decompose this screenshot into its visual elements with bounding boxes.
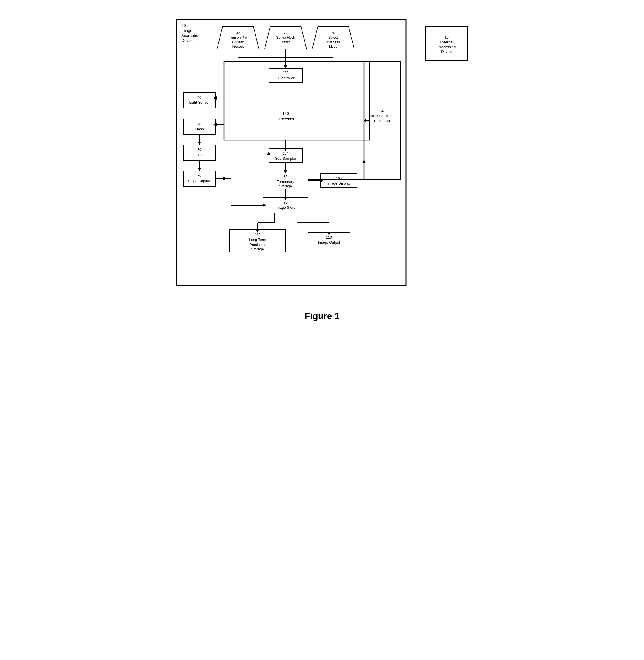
external-proc-label2: Processing — [438, 45, 456, 49]
microcontroller-box — [269, 68, 302, 82]
sub-sampler-id: 124 — [283, 152, 289, 155]
pre-capture-label2: Capture — [232, 40, 244, 44]
flash-arrowhead — [213, 123, 217, 126]
image-store-id: 80 — [284, 201, 288, 204]
processor-subsampler-arrowhead — [284, 148, 287, 151]
left-to-store-arrowhead — [263, 204, 266, 207]
temp-storage-label1: Temporary — [277, 180, 294, 184]
mid-shot-proc-label1: Mid-Shot Mode — [370, 114, 394, 118]
image-acquisition-label: 20 — [181, 23, 186, 28]
image-display-box — [321, 174, 357, 188]
pre-capture-label1: Turn on Pre — [229, 36, 247, 40]
image-acquisition-label3: Acquisition — [181, 33, 201, 38]
mid-shot-id: 30 — [331, 31, 335, 35]
temp-to-store-arrowhead — [284, 197, 287, 200]
light-sensor-arrowhead — [213, 96, 217, 100]
temp-storage-label2: Storage — [279, 184, 292, 188]
long-term-label1: Long Term — [249, 238, 266, 242]
microcontroller-id: 122 — [283, 71, 289, 75]
image-output-id: 110 — [326, 236, 332, 240]
temp-to-msp-arrowhead — [362, 160, 366, 163]
mid-shot-proc-id: 90 — [380, 109, 384, 113]
processor-id: 120 — [282, 111, 289, 116]
pre-capture-id: 32 — [236, 31, 240, 35]
flash-id: 70 — [198, 122, 201, 126]
long-term-id: 112 — [255, 233, 260, 237]
pre-capture-label3: Process — [232, 45, 244, 48]
processor-box — [224, 62, 370, 140]
flash-label: Flash — [195, 127, 204, 131]
image-acquisition-label2: Image — [181, 28, 192, 33]
image-display-id: 100 — [336, 176, 342, 180]
external-proc-label3: Device — [441, 49, 452, 54]
flash-mode-label2: Mode — [281, 40, 290, 44]
image-acquisition-label4: Device — [181, 38, 193, 43]
figure-label: Figure 1 — [168, 311, 476, 321]
focus-id: 50 — [198, 148, 201, 152]
store-to-output-arrowhead — [327, 232, 331, 235]
diagram-wrapper: 20 Image Acquisition Device 32 Turn on P… — [168, 11, 476, 321]
mid-shot-label2: Mid-Shot — [326, 40, 340, 44]
image-capture-label: Image Capture — [187, 179, 211, 183]
flash-mode-id: 72 — [284, 31, 288, 35]
proc-to-midshotproc-arrowhead — [365, 119, 368, 122]
long-term-label2: Persistent — [250, 243, 266, 247]
temp-storage-id: 82 — [284, 175, 288, 179]
mid-shot-label3: Mode — [329, 45, 338, 48]
external-proc-label1: External — [440, 40, 453, 44]
image-store-label: Image Store — [276, 205, 296, 210]
light-sensor-id: 40 — [198, 95, 201, 100]
image-display-label: Image Display — [327, 181, 350, 185]
capture-to-subsampler-arrowhead — [267, 152, 271, 155]
light-sensor-label: Light Sensor — [189, 100, 210, 105]
diagram-svg: 20 Image Acquisition Device 32 Turn on P… — [168, 11, 476, 305]
focus-label: Focus — [194, 153, 204, 157]
sub-sampler-label: Sub-Sampler — [275, 156, 297, 160]
image-capture-id: 60 — [198, 174, 201, 178]
flash-mode-label1: Set up Flash — [276, 36, 295, 40]
subsampler-to-temp-arrowhead — [284, 170, 287, 174]
mid-shot-label1: Select — [328, 36, 338, 40]
long-term-label3: Storage — [251, 247, 264, 251]
microcontroller-label: µController — [277, 76, 295, 80]
external-proc-id: 10 — [445, 36, 448, 40]
mid-shot-proc-label2: Processor — [374, 119, 391, 123]
store-to-longterm-arrowhead — [256, 229, 259, 233]
processor-label: Processor — [277, 117, 294, 121]
image-output-label: Image Output — [318, 240, 340, 245]
image-acquisition-device-box — [177, 20, 406, 286]
